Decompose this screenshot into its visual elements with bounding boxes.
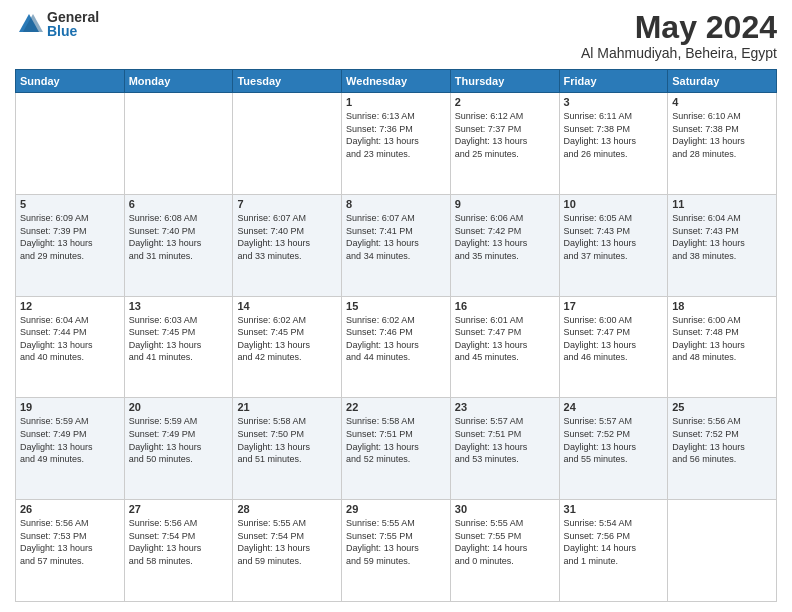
day-number: 11 (672, 198, 772, 210)
day-info: Sunrise: 6:01 AM Sunset: 7:47 PM Dayligh… (455, 314, 555, 364)
day-cell: 28Sunrise: 5:55 AM Sunset: 7:54 PM Dayli… (233, 500, 342, 602)
day-number: 23 (455, 401, 555, 413)
day-number: 21 (237, 401, 337, 413)
day-number: 20 (129, 401, 229, 413)
day-number: 15 (346, 300, 446, 312)
header-cell-tuesday: Tuesday (233, 70, 342, 93)
day-cell: 7Sunrise: 6:07 AM Sunset: 7:40 PM Daylig… (233, 194, 342, 296)
day-info: Sunrise: 6:12 AM Sunset: 7:37 PM Dayligh… (455, 110, 555, 160)
day-cell: 19Sunrise: 5:59 AM Sunset: 7:49 PM Dayli… (16, 398, 125, 500)
day-number: 22 (346, 401, 446, 413)
header-cell-wednesday: Wednesday (342, 70, 451, 93)
day-info: Sunrise: 5:57 AM Sunset: 7:52 PM Dayligh… (564, 415, 664, 465)
header-cell-friday: Friday (559, 70, 668, 93)
day-info: Sunrise: 6:07 AM Sunset: 7:40 PM Dayligh… (237, 212, 337, 262)
week-row-2: 5Sunrise: 6:09 AM Sunset: 7:39 PM Daylig… (16, 194, 777, 296)
day-number: 1 (346, 96, 446, 108)
day-cell: 23Sunrise: 5:57 AM Sunset: 7:51 PM Dayli… (450, 398, 559, 500)
day-info: Sunrise: 5:56 AM Sunset: 7:52 PM Dayligh… (672, 415, 772, 465)
day-number: 5 (20, 198, 120, 210)
week-row-1: 1Sunrise: 6:13 AM Sunset: 7:36 PM Daylig… (16, 93, 777, 195)
day-info: Sunrise: 6:08 AM Sunset: 7:40 PM Dayligh… (129, 212, 229, 262)
day-cell: 8Sunrise: 6:07 AM Sunset: 7:41 PM Daylig… (342, 194, 451, 296)
day-number: 12 (20, 300, 120, 312)
day-number: 25 (672, 401, 772, 413)
title-section: May 2024 Al Mahmudiyah, Beheira, Egypt (581, 10, 777, 61)
calendar-header: SundayMondayTuesdayWednesdayThursdayFrid… (16, 70, 777, 93)
day-number: 14 (237, 300, 337, 312)
day-cell: 10Sunrise: 6:05 AM Sunset: 7:43 PM Dayli… (559, 194, 668, 296)
day-info: Sunrise: 6:03 AM Sunset: 7:45 PM Dayligh… (129, 314, 229, 364)
day-number: 27 (129, 503, 229, 515)
day-cell (124, 93, 233, 195)
day-cell: 30Sunrise: 5:55 AM Sunset: 7:55 PM Dayli… (450, 500, 559, 602)
logo-general: General (47, 10, 99, 24)
day-info: Sunrise: 6:13 AM Sunset: 7:36 PM Dayligh… (346, 110, 446, 160)
day-info: Sunrise: 6:11 AM Sunset: 7:38 PM Dayligh… (564, 110, 664, 160)
header-row: SundayMondayTuesdayWednesdayThursdayFrid… (16, 70, 777, 93)
day-cell: 20Sunrise: 5:59 AM Sunset: 7:49 PM Dayli… (124, 398, 233, 500)
day-cell: 2Sunrise: 6:12 AM Sunset: 7:37 PM Daylig… (450, 93, 559, 195)
day-cell: 27Sunrise: 5:56 AM Sunset: 7:54 PM Dayli… (124, 500, 233, 602)
logo-text: General Blue (47, 10, 99, 38)
day-info: Sunrise: 6:06 AM Sunset: 7:42 PM Dayligh… (455, 212, 555, 262)
week-row-3: 12Sunrise: 6:04 AM Sunset: 7:44 PM Dayli… (16, 296, 777, 398)
day-cell: 26Sunrise: 5:56 AM Sunset: 7:53 PM Dayli… (16, 500, 125, 602)
day-number: 29 (346, 503, 446, 515)
day-cell: 3Sunrise: 6:11 AM Sunset: 7:38 PM Daylig… (559, 93, 668, 195)
day-info: Sunrise: 5:57 AM Sunset: 7:51 PM Dayligh… (455, 415, 555, 465)
day-info: Sunrise: 5:56 AM Sunset: 7:54 PM Dayligh… (129, 517, 229, 567)
day-cell: 11Sunrise: 6:04 AM Sunset: 7:43 PM Dayli… (668, 194, 777, 296)
day-cell: 25Sunrise: 5:56 AM Sunset: 7:52 PM Dayli… (668, 398, 777, 500)
day-cell: 21Sunrise: 5:58 AM Sunset: 7:50 PM Dayli… (233, 398, 342, 500)
calendar-body: 1Sunrise: 6:13 AM Sunset: 7:36 PM Daylig… (16, 93, 777, 602)
location-title: Al Mahmudiyah, Beheira, Egypt (581, 45, 777, 61)
day-cell: 18Sunrise: 6:00 AM Sunset: 7:48 PM Dayli… (668, 296, 777, 398)
day-info: Sunrise: 6:09 AM Sunset: 7:39 PM Dayligh… (20, 212, 120, 262)
day-number: 24 (564, 401, 664, 413)
day-cell: 29Sunrise: 5:55 AM Sunset: 7:55 PM Dayli… (342, 500, 451, 602)
day-number: 3 (564, 96, 664, 108)
day-info: Sunrise: 5:55 AM Sunset: 7:55 PM Dayligh… (455, 517, 555, 567)
day-info: Sunrise: 5:55 AM Sunset: 7:55 PM Dayligh… (346, 517, 446, 567)
day-number: 9 (455, 198, 555, 210)
day-number: 6 (129, 198, 229, 210)
day-cell: 4Sunrise: 6:10 AM Sunset: 7:38 PM Daylig… (668, 93, 777, 195)
day-info: Sunrise: 6:10 AM Sunset: 7:38 PM Dayligh… (672, 110, 772, 160)
day-info: Sunrise: 6:04 AM Sunset: 7:44 PM Dayligh… (20, 314, 120, 364)
day-info: Sunrise: 6:07 AM Sunset: 7:41 PM Dayligh… (346, 212, 446, 262)
day-number: 8 (346, 198, 446, 210)
header-cell-saturday: Saturday (668, 70, 777, 93)
day-cell: 9Sunrise: 6:06 AM Sunset: 7:42 PM Daylig… (450, 194, 559, 296)
logo-blue: Blue (47, 24, 99, 38)
month-title: May 2024 (581, 10, 777, 45)
day-cell: 15Sunrise: 6:02 AM Sunset: 7:46 PM Dayli… (342, 296, 451, 398)
day-number: 30 (455, 503, 555, 515)
day-info: Sunrise: 5:59 AM Sunset: 7:49 PM Dayligh… (20, 415, 120, 465)
day-cell (16, 93, 125, 195)
header-cell-monday: Monday (124, 70, 233, 93)
day-cell: 13Sunrise: 6:03 AM Sunset: 7:45 PM Dayli… (124, 296, 233, 398)
day-cell: 1Sunrise: 6:13 AM Sunset: 7:36 PM Daylig… (342, 93, 451, 195)
day-info: Sunrise: 5:56 AM Sunset: 7:53 PM Dayligh… (20, 517, 120, 567)
header-cell-sunday: Sunday (16, 70, 125, 93)
day-number: 26 (20, 503, 120, 515)
day-cell: 24Sunrise: 5:57 AM Sunset: 7:52 PM Dayli… (559, 398, 668, 500)
day-number: 7 (237, 198, 337, 210)
day-cell: 16Sunrise: 6:01 AM Sunset: 7:47 PM Dayli… (450, 296, 559, 398)
day-number: 18 (672, 300, 772, 312)
day-info: Sunrise: 6:00 AM Sunset: 7:48 PM Dayligh… (672, 314, 772, 364)
day-info: Sunrise: 5:54 AM Sunset: 7:56 PM Dayligh… (564, 517, 664, 567)
day-cell: 14Sunrise: 6:02 AM Sunset: 7:45 PM Dayli… (233, 296, 342, 398)
logo-icon (15, 10, 43, 38)
day-number: 4 (672, 96, 772, 108)
day-cell: 12Sunrise: 6:04 AM Sunset: 7:44 PM Dayli… (16, 296, 125, 398)
day-cell: 17Sunrise: 6:00 AM Sunset: 7:47 PM Dayli… (559, 296, 668, 398)
week-row-5: 26Sunrise: 5:56 AM Sunset: 7:53 PM Dayli… (16, 500, 777, 602)
day-number: 10 (564, 198, 664, 210)
day-info: Sunrise: 5:58 AM Sunset: 7:51 PM Dayligh… (346, 415, 446, 465)
day-info: Sunrise: 5:55 AM Sunset: 7:54 PM Dayligh… (237, 517, 337, 567)
day-cell (668, 500, 777, 602)
day-number: 19 (20, 401, 120, 413)
day-info: Sunrise: 6:02 AM Sunset: 7:45 PM Dayligh… (237, 314, 337, 364)
